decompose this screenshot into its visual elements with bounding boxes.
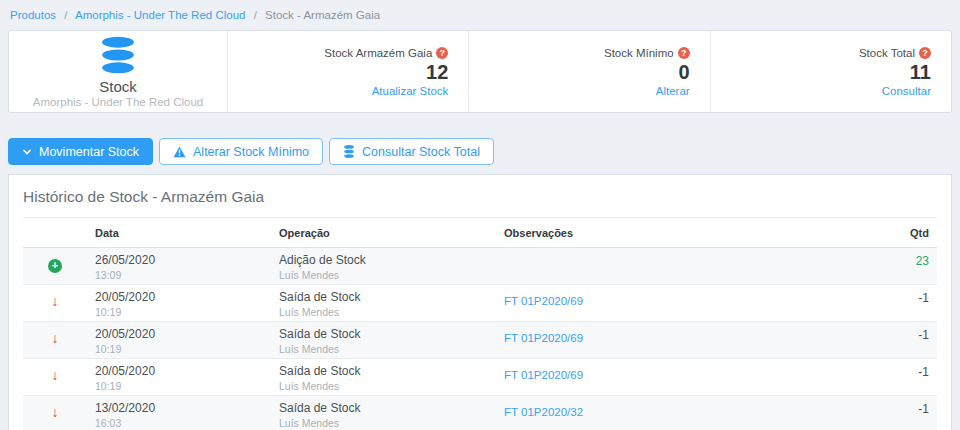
history-table: Data Operação Observações Qtd + 26/05/20… — [23, 218, 937, 430]
row-user: Luís Mendes — [279, 380, 488, 392]
table-row: ↓ 13/02/2020 16:03 Saída de Stock Luís M… — [23, 396, 937, 430]
row-operation: Adição de Stock — [279, 252, 488, 267]
row-qty: -1 — [873, 359, 937, 396]
row-qty: -1 — [873, 322, 937, 359]
row-operation: Saída de Stock — [279, 289, 488, 304]
stat-value: 12 — [426, 60, 448, 84]
stat-stock-total: Stock Total ? 11 Consultar — [710, 31, 951, 112]
row-user: Luís Mendes — [279, 417, 488, 429]
stat-label-text: Stock Total — [859, 47, 915, 59]
table-row: + 26/05/2020 13:09 Adição de Stock Luís … — [23, 248, 937, 285]
row-user: Luís Mendes — [279, 343, 488, 355]
stock-summary-card: Stock Amorphis - Under The Red Cloud Sto… — [8, 30, 952, 113]
breadcrumb-link-product[interactable]: Amorphis - Under The Red Cloud — [75, 9, 245, 21]
stat-stock-armazem-gaia: Stock Armazém Gaia ? 12 Atualizar Stock — [227, 31, 468, 112]
row-time: 10:19 — [95, 343, 263, 355]
breadcrumb: Produtos / Amorphis - Under The Red Clou… — [0, 0, 960, 30]
button-label: Consultar Stock Total — [362, 145, 480, 159]
stat-label-text: Stock Armazém Gaia — [324, 47, 432, 59]
column-header-observacoes: Observações — [496, 218, 873, 248]
alterar-link[interactable]: Alterar — [656, 85, 690, 97]
database-icon — [343, 145, 355, 158]
row-time: 16:03 — [95, 417, 263, 429]
help-icon[interactable]: ? — [919, 47, 931, 59]
stat-label: Stock Armazém Gaia ? — [324, 47, 448, 59]
toolbar: Movimentar Stock Alterar Stock Mínimo Co… — [8, 138, 952, 165]
row-date: 20/05/2020 — [95, 326, 263, 341]
column-header-data: Data — [87, 218, 271, 248]
product-block: Stock Amorphis - Under The Red Cloud — [9, 31, 227, 112]
arrow-down-icon: ↓ — [52, 404, 59, 420]
database-icon — [98, 36, 138, 74]
help-icon[interactable]: ? — [436, 47, 448, 59]
table-row: ↓ 20/05/2020 10:19 Saída de Stock Luís M… — [23, 359, 937, 396]
warning-icon — [173, 146, 186, 158]
row-operation: Saída de Stock — [279, 400, 488, 415]
breadcrumb-separator: / — [254, 9, 257, 21]
consultar-link[interactable]: Consultar — [882, 85, 931, 97]
table-header-row: Data Operação Observações Qtd — [23, 218, 937, 248]
atualizar-stock-link[interactable]: Atualizar Stock — [372, 85, 449, 97]
product-subtitle: Amorphis - Under The Red Cloud — [33, 96, 203, 108]
breadcrumb-current: Stock - Armazém Gaia — [265, 9, 380, 21]
row-time: 13:09 — [95, 269, 263, 281]
breadcrumb-link-produtos[interactable]: Produtos — [10, 9, 56, 21]
row-operation: Saída de Stock — [279, 326, 488, 341]
row-qty: -1 — [873, 396, 937, 430]
row-date: 20/05/2020 — [95, 363, 263, 378]
row-user: Luís Mendes — [279, 269, 488, 281]
row-date: 20/05/2020 — [95, 289, 263, 304]
stat-stock-minimo: Stock Mínimo ? 0 Alterar — [468, 31, 709, 112]
history-panel: Histórico de Stock - Armazém Gaia Data O… — [8, 174, 952, 430]
column-header-icon — [23, 218, 87, 248]
row-observation-link[interactable]: FT 01P2020/69 — [504, 295, 583, 307]
product-title: Stock — [99, 78, 137, 95]
plus-circle-icon: + — [48, 259, 62, 273]
alterar-stock-minimo-button[interactable]: Alterar Stock Mínimo — [159, 138, 323, 165]
row-operation: Saída de Stock — [279, 363, 488, 378]
row-user: Luís Mendes — [279, 306, 488, 318]
help-icon[interactable]: ? — [678, 47, 690, 59]
arrow-down-icon: ↓ — [52, 330, 59, 346]
arrow-down-icon: ↓ — [52, 367, 59, 383]
row-observation-link[interactable]: FT 01P2020/32 — [504, 406, 583, 418]
stat-label: Stock Mínimo ? — [604, 47, 690, 59]
consultar-stock-total-button[interactable]: Consultar Stock Total — [329, 138, 494, 165]
stat-label-text: Stock Mínimo — [604, 47, 674, 59]
history-table-body: + 26/05/2020 13:09 Adição de Stock Luís … — [23, 248, 937, 430]
stat-value: 0 — [679, 60, 690, 84]
movimentar-stock-button[interactable]: Movimentar Stock — [8, 138, 153, 165]
breadcrumb-separator: / — [64, 9, 67, 21]
column-header-qtd: Qtd — [873, 218, 937, 248]
button-label: Movimentar Stock — [39, 145, 139, 159]
column-header-operacao: Operação — [271, 218, 496, 248]
stat-label: Stock Total ? — [859, 47, 931, 59]
button-label: Alterar Stock Mínimo — [193, 145, 309, 159]
table-row: ↓ 20/05/2020 10:19 Saída de Stock Luís M… — [23, 285, 937, 322]
history-title: Histórico de Stock - Armazém Gaia — [23, 188, 937, 206]
chevron-down-icon — [22, 147, 32, 157]
row-observation-link[interactable]: FT 01P2020/69 — [504, 332, 583, 344]
row-observation-link[interactable]: FT 01P2020/69 — [504, 369, 583, 381]
row-qty: -1 — [873, 285, 937, 322]
row-qty: 23 — [873, 248, 937, 285]
row-date: 26/05/2020 — [95, 252, 263, 267]
table-row: ↓ 20/05/2020 10:19 Saída de Stock Luís M… — [23, 322, 937, 359]
arrow-down-icon: ↓ — [52, 293, 59, 309]
stat-value: 11 — [910, 60, 931, 84]
row-date: 13/02/2020 — [95, 400, 263, 415]
row-time: 10:19 — [95, 306, 263, 318]
row-time: 10:19 — [95, 380, 263, 392]
